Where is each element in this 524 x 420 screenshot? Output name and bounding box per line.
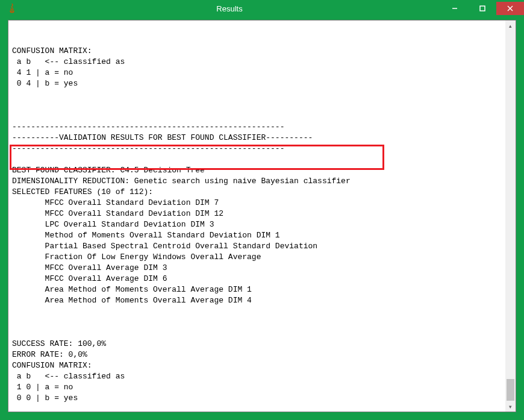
scroll-up-button[interactable]: ▴ — [505, 20, 516, 31]
feature-line: Partial Based Spectral Centroid Overall … — [12, 242, 317, 251]
error-rate: ERROR RATE: 0,0% — [12, 350, 87, 359]
window-title: Results — [18, 4, 441, 13]
svg-rect-1 — [480, 6, 485, 11]
separator: ----------------------------------------… — [12, 122, 284, 131]
validation-header: ----------VALIDATION RESULTS FOR BEST FO… — [12, 133, 313, 142]
dimensionality-reduction-line: DIMENSIONALITY REDUCTION: Genetic search… — [12, 177, 351, 186]
scroll-down-button[interactable]: ▾ — [505, 401, 516, 412]
selected-features-header: SELECTED FEATURES (10 of 112): — [12, 187, 153, 196]
feature-line: Fraction Of Low Energy Windows Overall A… — [12, 252, 261, 262]
feature-line: MFCC Overall Standard Deviation DIM 7 — [12, 198, 219, 207]
cm-header-row: a b <-- classified as — [12, 372, 125, 381]
close-button[interactable] — [496, 2, 524, 15]
cm-row: 1 0 | a = no — [12, 383, 73, 392]
minimize-button[interactable] — [441, 2, 469, 15]
cm-row: 4 1 | a = no — [12, 68, 73, 77]
java-app-icon — [6, 2, 18, 14]
success-rate: SUCCESS RATE: 100,0% — [12, 339, 106, 348]
maximize-button[interactable] — [469, 2, 496, 15]
feature-line: Area Method of Moments Overall Average D… — [12, 296, 252, 305]
confusion-matrix-header: CONFUSION MATRIX: — [12, 361, 92, 370]
feature-line: MFCC Overall Average DIM 3 — [12, 263, 167, 272]
results-text-area[interactable]: CONFUSION MATRIX: a b <-- classified as … — [8, 20, 505, 412]
cm-header-row: a b <-- classified as — [12, 57, 125, 66]
feature-line: LPC Overall Standard Deviation DIM 3 — [12, 220, 214, 229]
feature-line: Area Method of Moments Overall Average D… — [12, 285, 252, 294]
titlebar: Results — [0, 0, 524, 17]
window-controls — [441, 2, 524, 15]
feature-line: MFCC Overall Standard Deviation DIM 12 — [12, 209, 223, 218]
results-panel: CONFUSION MATRIX: a b <-- classified as … — [8, 20, 516, 412]
scroll-thumb[interactable] — [507, 379, 514, 401]
cm-row: 0 4 | b = yes — [12, 79, 78, 88]
cm-row: 0 0 | b = yes — [12, 393, 78, 403]
separator: ----------------------------------------… — [12, 144, 284, 153]
feature-line: Method of Moments Overall Standard Devia… — [12, 231, 280, 240]
feature-line: MFCC Overall Average DIM 6 — [12, 274, 167, 283]
confusion-matrix-header: CONFUSION MATRIX: — [12, 46, 92, 55]
best-classifier-line: BEST FOUND CLASSIFIER: C4.5 Decision Tre… — [12, 166, 205, 175]
vertical-scrollbar[interactable]: ▴ ▾ — [505, 20, 516, 412]
